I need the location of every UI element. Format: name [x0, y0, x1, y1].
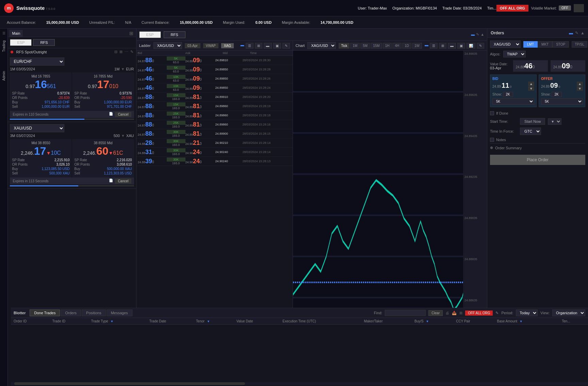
- messages-tab[interactable]: Messages: [107, 309, 132, 316]
- ladder-date-btn[interactable]: 03-Apr: [185, 43, 200, 48]
- grid-icon[interactable]: ⊟: [114, 50, 117, 54]
- offer-up-btn[interactable]: ▲: [577, 82, 583, 86]
- blotter-header: Blotter Done Trades Orders Positions Mes…: [11, 308, 588, 318]
- esp-tab[interactable]: ESP: [10, 39, 32, 46]
- ladder-color-icon[interactable]: ▬: [241, 43, 244, 49]
- chart-edit-btn[interactable]: ✎: [477, 43, 484, 49]
- done-trades-tab[interactable]: Done Trades: [30, 309, 60, 316]
- instrument-select[interactable]: XAG/USD: [490, 40, 521, 48]
- volatile-toggle[interactable]: OFF: [559, 5, 571, 11]
- blotter-off-all-btn[interactable]: OFF ALL ORG: [465, 311, 493, 316]
- bid-up-btn[interactable]: ▲: [528, 82, 534, 86]
- eur-chf-pair-select[interactable]: EUR/CHF: [10, 57, 64, 66]
- screen-btn[interactable]: [574, 4, 584, 12]
- col-maker-taker: Maker/Taker: [361, 318, 412, 325]
- ladder-list-btn[interactable]: ⊞: [255, 43, 262, 49]
- stop-tab[interactable]: STOP: [552, 41, 569, 48]
- orders-color-icon[interactable]: ▬: [569, 31, 573, 35]
- start-now-btn[interactable]: Start Now: [520, 118, 545, 125]
- eur-chf-progress-fill: [10, 119, 84, 120]
- tf-tick[interactable]: Tick: [339, 43, 349, 49]
- offer-stepper: ▲ ▼: [577, 82, 583, 91]
- account-balance: 15,000,000.00 USD: [46, 20, 79, 24]
- ladder-grid-btn[interactable]: ☰: [246, 43, 254, 49]
- main-tab[interactable]: Main: [9, 30, 23, 37]
- blotter-print-icon[interactable]: 🖨: [445, 311, 449, 315]
- copy-icon[interactable]: ⊞: [129, 31, 133, 36]
- chart-list-btn[interactable]: ⊞: [439, 43, 446, 49]
- mkt-tab[interactable]: MKT: [538, 41, 552, 48]
- col-order-id: Order ID: [11, 318, 50, 325]
- middle-rfs-tab[interactable]: RFS: [164, 31, 185, 38]
- view-select[interactable]: Organization: [552, 309, 585, 316]
- tf-1w[interactable]: 1W: [412, 43, 422, 49]
- sidebar-left: ☰ Trading Admin: [0, 29, 8, 386]
- tf-15m[interactable]: 15M: [371, 43, 382, 49]
- order-summary-expand[interactable]: ⊕: [490, 146, 493, 150]
- tf-4h[interactable]: 4H: [392, 43, 402, 49]
- bid-xag-select[interactable]: 5K: [492, 98, 534, 105]
- ladder-chart-btn[interactable]: ▣: [273, 43, 281, 49]
- settings-icon[interactable]: ✎: [130, 50, 133, 54]
- middle-edit-icon[interactable]: ✎: [476, 32, 479, 37]
- eur-chf-ask-side: 16 7855 Mid 0.97 17 010 SP Rate0.97376 O…: [72, 72, 134, 111]
- down-arrow-icon-2: ▼: [109, 150, 113, 156]
- middle-esp-tab[interactable]: ESP: [139, 31, 161, 38]
- chart-bar-btn[interactable]: ▬: [448, 43, 456, 49]
- xau-usd-ask-price: 2,246. 60 ▼ 61C: [74, 146, 132, 156]
- ladder-bar-btn[interactable]: ▬: [264, 43, 272, 49]
- vwap-btn[interactable]: VWAP: [203, 43, 218, 48]
- algo-select[interactable]: TWAP: [503, 51, 526, 57]
- offer-xag-select[interactable]: 5K: [541, 98, 583, 105]
- ladder-edit-btn[interactable]: ✎: [282, 43, 290, 49]
- ladder-symbol-select[interactable]: XAG/USD: [153, 42, 182, 49]
- xau-usd-cancel-btn[interactable]: Cancel: [115, 179, 131, 184]
- horizontal-scrollbar[interactable]: [11, 382, 588, 385]
- blotter-edit-icon[interactable]: ✎: [495, 311, 499, 315]
- dots-icon[interactable]: ⋯: [125, 50, 128, 54]
- clear-find-btn[interactable]: Clear: [428, 310, 443, 316]
- blotter-tabs: Done Trades Orders Positions Messages: [30, 309, 132, 316]
- orders-edit-icon[interactable]: ✎: [575, 31, 578, 35]
- scrollbar-thumb[interactable]: [14, 382, 245, 385]
- tf-5m[interactable]: 5M: [360, 43, 370, 49]
- chart-color-icon[interactable]: ▬: [425, 43, 428, 49]
- off-all-org-button[interactable]: OFF ALL ORG: [496, 5, 528, 12]
- orders-tab[interactable]: Orders: [61, 309, 81, 316]
- app-name: Swissquote: [16, 5, 45, 11]
- offer-down-btn[interactable]: ▼: [577, 86, 583, 91]
- chart-grid-btn[interactable]: ☰: [430, 43, 438, 49]
- chart-candle-btn[interactable]: ▣: [457, 43, 465, 49]
- middle-expand-icon[interactable]: ▲: [480, 32, 484, 37]
- period-select[interactable]: Today: [516, 309, 538, 316]
- doc-icon[interactable]: 📄: [109, 112, 113, 117]
- lmt-tab[interactable]: LMT: [523, 41, 538, 48]
- start-dropdown[interactable]: ▼: [548, 118, 561, 125]
- col-base-amount: Base Amount ▼: [494, 318, 559, 325]
- tf-1m[interactable]: 1M: [350, 43, 360, 49]
- tf-1d[interactable]: 1D: [402, 43, 411, 49]
- xau-usd-pair-select[interactable]: XAU/USD: [10, 124, 64, 132]
- positions-tab[interactable]: Positions: [82, 309, 106, 316]
- doc-icon-2[interactable]: 📄: [109, 179, 113, 184]
- chart-chart-btn[interactable]: 📊: [467, 43, 475, 49]
- tif-select[interactable]: GTC: [520, 128, 541, 135]
- xag-btn[interactable]: XAG: [221, 43, 234, 48]
- rfs-tab[interactable]: RFS: [33, 39, 55, 46]
- menu-icon[interactable]: ☰: [2, 31, 6, 35]
- place-order-btn[interactable]: Place Order: [490, 155, 585, 165]
- blotter-export-icon[interactable]: 📥: [452, 311, 457, 315]
- bid-down-btn[interactable]: ▼: [528, 86, 534, 91]
- eur-chf-cancel-btn[interactable]: Cancel: [115, 112, 131, 117]
- chart-symbol-select[interactable]: XAG/USD: [307, 42, 336, 49]
- middle-color-icon[interactable]: ▬: [471, 32, 475, 37]
- if-done-checkbox[interactable]: [490, 111, 494, 115]
- layout-icon[interactable]: ⊞: [119, 50, 122, 54]
- order-summary-row: ⊕ Order Summary: [490, 143, 585, 152]
- tpsl-btn[interactable]: TP/SL: [572, 41, 587, 48]
- orders-collapse-icon[interactable]: ▲: [581, 31, 585, 35]
- tf-1h[interactable]: 1H: [383, 43, 392, 49]
- find-input[interactable]: [385, 310, 426, 316]
- blotter-expand-icon[interactable]: ⊞: [459, 311, 462, 315]
- notes-checkbox[interactable]: [490, 138, 494, 142]
